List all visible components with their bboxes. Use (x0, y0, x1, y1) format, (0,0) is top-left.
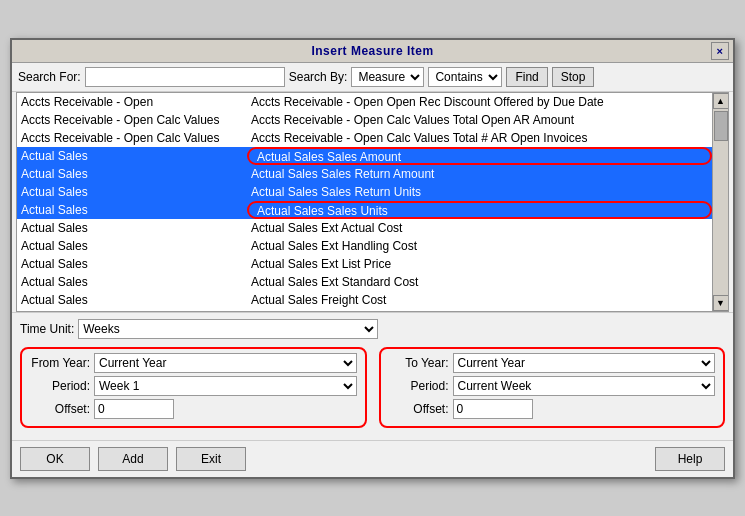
list-cell-left: Actual Sales (17, 201, 247, 219)
to-year-select[interactable]: Current Year (453, 353, 716, 373)
measure-list: Accts Receivable - OpenAccts Receivable … (16, 92, 729, 312)
dialog-title-bar: Insert Measure Item × (12, 40, 733, 63)
list-cell-right: Actual Sales Sales Amount (247, 147, 712, 165)
to-offset-label: Offset: (389, 402, 449, 416)
scroll-down-arrow[interactable]: ▼ (713, 295, 729, 311)
to-period-label: Period: (389, 379, 449, 393)
from-period-label: Period: (30, 379, 90, 393)
list-row[interactable]: Accts Receivable - Open Calc ValuesAccts… (17, 129, 712, 147)
list-row[interactable]: Actual SalesActual Sales Ext Handling Co… (17, 237, 712, 255)
from-offset-input[interactable] (94, 399, 174, 419)
search-by-select[interactable]: Measure (351, 67, 424, 87)
list-cell-right: Actual Sales Ext List Price (247, 255, 712, 273)
from-offset-label: Offset: (30, 402, 90, 416)
list-scrollbar[interactable]: ▲ ▼ (712, 93, 728, 311)
from-year-select[interactable]: Current Year (94, 353, 357, 373)
list-row[interactable]: Accts Receivable - Open Calc ValuesAccts… (17, 111, 712, 129)
list-cell-left: Accts Receivable - Open Calc Values (17, 129, 247, 147)
ok-button[interactable]: OK (20, 447, 90, 471)
list-cell-right: Actual Sales Freight Cost (247, 291, 712, 309)
exit-button[interactable]: Exit (176, 447, 246, 471)
time-unit-select[interactable]: Weeks Days Months Quarters Years (78, 319, 378, 339)
list-cell-right: Accts Receivable - Open Open Rec Discoun… (247, 93, 712, 111)
list-cell-left: Actual Sales (17, 273, 247, 291)
list-row[interactable]: Actual SalesActual Sales Sales Return Un… (17, 183, 712, 201)
list-cell-right: Accts Receivable - Open Calc Values Tota… (247, 129, 712, 147)
insert-measure-dialog: Insert Measure Item × Search For: Search… (10, 38, 735, 479)
list-scroll-container[interactable]: Accts Receivable - OpenAccts Receivable … (17, 93, 712, 311)
list-row[interactable]: Actual SalesActual Sales Freight Cost (17, 291, 712, 309)
to-offset-row: Offset: (389, 399, 716, 419)
stop-button[interactable]: Stop (552, 67, 595, 87)
list-row[interactable]: Actual SalesActual Sales Ext List Price (17, 255, 712, 273)
scroll-thumb[interactable] (714, 111, 728, 141)
from-period-select[interactable]: Week 1 (94, 376, 357, 396)
to-period-select[interactable]: Current Week (453, 376, 716, 396)
help-button[interactable]: Help (655, 447, 725, 471)
footer-buttons: OK Add Exit Help (12, 440, 733, 477)
list-row[interactable]: Accts Receivable - OpenAccts Receivable … (17, 93, 712, 111)
list-cell-left: Actual Sales (17, 183, 247, 201)
list-row[interactable]: Actual SalesActual Sales Ext Actual Cost (17, 219, 712, 237)
from-year-label: From Year: (30, 356, 90, 370)
from-period-row: Period: Week 1 (30, 376, 357, 396)
to-offset-input[interactable] (453, 399, 533, 419)
list-cell-left: Actual Sales (17, 309, 247, 311)
list-cell-right: Actual Sales Ext Actual Cost (247, 219, 712, 237)
options-area: Time Unit: Weeks Days Months Quarters Ye… (12, 312, 733, 440)
list-cell-right: Actual Sales Rebate Amt Revenue (247, 309, 712, 311)
list-row[interactable]: Actual SalesActual Sales Sales Amount (17, 147, 712, 165)
to-year-row: To Year: Current Year (389, 353, 716, 373)
scroll-up-arrow[interactable]: ▲ (713, 93, 729, 109)
list-row[interactable]: Actual SalesActual Sales Rebate Amt Reve… (17, 309, 712, 311)
list-row[interactable]: Actual SalesActual Sales Ext Standard Co… (17, 273, 712, 291)
search-by-label: Search By: (289, 70, 348, 84)
list-cell-right: Actual Sales Sales Return Units (247, 183, 712, 201)
dialog-title-text: Insert Measure Item (311, 44, 433, 58)
list-cell-right: Actual Sales Ext Handling Cost (247, 237, 712, 255)
time-unit-label: Time Unit: (20, 322, 74, 336)
to-box: To Year: Current Year Period: Current We… (379, 347, 726, 428)
list-cell-right: Actual Sales Ext Standard Cost (247, 273, 712, 291)
search-bar: Search For: Search By: Measure Contains … (12, 63, 733, 92)
from-offset-row: Offset: (30, 399, 357, 419)
to-period-row: Period: Current Week (389, 376, 716, 396)
list-row[interactable]: Actual SalesActual Sales Sales Return Am… (17, 165, 712, 183)
search-for-label: Search For: (18, 70, 81, 84)
time-unit-row: Time Unit: Weeks Days Months Quarters Ye… (20, 319, 725, 339)
from-year-row: From Year: Current Year (30, 353, 357, 373)
list-cell-left: Actual Sales (17, 237, 247, 255)
list-row[interactable]: Actual SalesActual Sales Sales Units (17, 201, 712, 219)
close-button[interactable]: × (711, 42, 729, 60)
list-cell-left: Actual Sales (17, 147, 247, 165)
list-cell-left: Accts Receivable - Open (17, 93, 247, 111)
search-input[interactable] (85, 67, 285, 87)
find-button[interactable]: Find (506, 67, 547, 87)
list-cell-left: Actual Sales (17, 291, 247, 309)
contains-select[interactable]: Contains (428, 67, 502, 87)
year-period-area: From Year: Current Year Period: Week 1 O… (20, 347, 725, 428)
list-cell-right: Accts Receivable - Open Calc Values Tota… (247, 111, 712, 129)
list-cell-left: Actual Sales (17, 165, 247, 183)
list-cell-right: Actual Sales Sales Return Amount (247, 165, 712, 183)
to-year-label: To Year: (389, 356, 449, 370)
from-box: From Year: Current Year Period: Week 1 O… (20, 347, 367, 428)
add-button[interactable]: Add (98, 447, 168, 471)
list-cell-left: Accts Receivable - Open Calc Values (17, 111, 247, 129)
list-cell-left: Actual Sales (17, 219, 247, 237)
list-cell-right: Actual Sales Sales Units (247, 201, 712, 219)
list-cell-left: Actual Sales (17, 255, 247, 273)
